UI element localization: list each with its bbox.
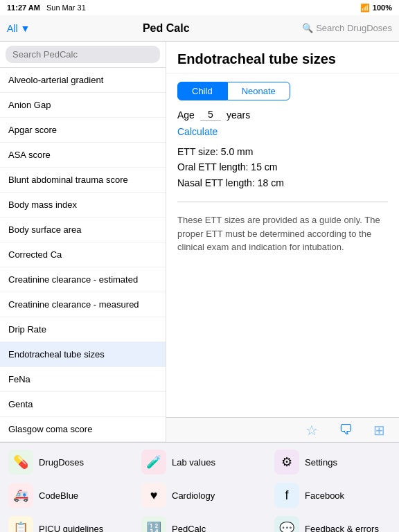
codeblue-icon: 🚑 xyxy=(8,483,33,508)
search-input[interactable] xyxy=(6,46,160,63)
sidebar-item[interactable]: Glasgow coma score xyxy=(0,417,166,442)
tab-grid[interactable]: ⊞ xyxy=(373,422,385,438)
neonate-toggle[interactable]: Neonate xyxy=(227,82,290,100)
sidebar-item[interactable]: Corrected Ca xyxy=(0,242,166,267)
result-text: ETT size: 5.0 mm Oral ETT length: 15 cm … xyxy=(177,144,388,190)
facebook-label: Facebook xyxy=(305,490,344,501)
sidebar-item[interactable]: Creatinine clearance - measured xyxy=(0,292,166,317)
picu-label: PICU guidelines xyxy=(39,524,103,533)
child-toggle[interactable]: Child xyxy=(177,82,227,100)
drugdoses-label: DrugDoses xyxy=(39,457,84,468)
toolbar-item-facebook[interactable]: fFacebook xyxy=(266,479,399,512)
toolbar-item-codeblue[interactable]: 🚑CodeBlue xyxy=(0,479,133,512)
search-drug-label: Search DrugDoses xyxy=(316,23,392,33)
toolbar-item-labvalues[interactable]: 🧪Lab values xyxy=(133,445,266,479)
sidebar-item[interactable]: Creatinine clearance - estimated xyxy=(0,267,166,292)
tab-bar: ☆ 🗨 ⊞ xyxy=(166,417,399,442)
labvalues-icon: 🧪 xyxy=(141,450,166,475)
note-text: These ETT sizes are provided as a guide … xyxy=(177,213,388,261)
status-bar: 11:27 AM Sun Mar 31 📶 100% xyxy=(0,0,399,15)
cardiology-icon: ♥ xyxy=(141,483,166,508)
all-filter-button[interactable]: All ▼ xyxy=(7,23,30,34)
sidebar-item[interactable]: Blunt abdominal trauma score xyxy=(0,168,166,193)
main-container: Alveolo-arterial gradientAnion GapApgar … xyxy=(0,42,399,442)
toggle-row: Child Neonate xyxy=(177,82,388,100)
settings-label: Settings xyxy=(305,457,337,468)
sidebar-item[interactable]: Apgar score xyxy=(0,118,166,143)
age-row: Age years xyxy=(177,109,388,121)
years-label: years xyxy=(227,109,250,121)
settings-icon: ⚙ xyxy=(274,450,299,475)
content-header: Endotracheal tube sizes xyxy=(166,42,399,73)
bottom-toolbar: 💊DrugDoses🧪Lab values⚙Settings🚑CodeBlue♥… xyxy=(0,442,399,532)
sidebar-item[interactable]: Alveolo-arterial gradient xyxy=(0,68,166,93)
content-title: Endotracheal tube sizes xyxy=(177,51,388,67)
sidebar-item[interactable]: Body surface area xyxy=(0,218,166,242)
status-date: Sun Mar 31 xyxy=(46,3,86,12)
nav-bar: All ▼ Ped Calc 🔍 Search DrugDoses xyxy=(0,15,399,42)
sidebar-item[interactable]: Drip Rate xyxy=(0,317,166,342)
ett-size: ETT size: 5.0 mm xyxy=(177,144,388,159)
picu-icon: 📋 xyxy=(8,516,33,532)
sidebar-search-box xyxy=(0,42,166,68)
status-icons: 📶 100% xyxy=(360,3,392,12)
facebook-icon: f xyxy=(274,483,299,508)
sidebar-list: Alveolo-arterial gradientAnion GapApgar … xyxy=(0,68,166,442)
drugdoses-icon: 💊 xyxy=(8,450,33,475)
toolbar-item-cardiology[interactable]: ♥Cardiology xyxy=(133,479,266,512)
content-divider xyxy=(177,202,388,202)
content-body: Child Neonate Age years Calculate ETT si… xyxy=(166,73,399,417)
sidebar-item[interactable]: Anion Gap xyxy=(0,93,166,118)
content-panel: Endotracheal tube sizes Child Neonate Ag… xyxy=(166,42,399,442)
search-drugdoses[interactable]: 🔍 Search DrugDoses xyxy=(302,23,392,33)
codeblue-label: CodeBlue xyxy=(39,490,78,501)
search-drug-icon: 🔍 xyxy=(302,23,313,33)
oral-length: Oral ETT length: 15 cm xyxy=(177,159,388,175)
labvalues-label: Lab values xyxy=(172,457,215,468)
nasal-length: Nasal ETT length: 18 cm xyxy=(177,175,388,190)
sidebar-item[interactable]: Body mass index xyxy=(0,193,166,218)
age-label: Age xyxy=(177,109,195,121)
pedcalc-label: PedCalc xyxy=(172,524,206,533)
wifi-icon: 📶 xyxy=(360,3,370,12)
tab-chat[interactable]: 🗨 xyxy=(339,422,353,438)
toolbar-item-settings[interactable]: ⚙Settings xyxy=(266,445,399,479)
status-time: 11:27 AM xyxy=(7,3,40,12)
toolbar-item-feedback[interactable]: 💬Feedback & errors xyxy=(266,512,399,532)
status-time-date: 11:27 AM Sun Mar 31 xyxy=(7,3,86,12)
sidebar-item[interactable]: FeNa xyxy=(0,367,166,392)
feedback-icon: 💬 xyxy=(274,516,299,532)
battery-icon: 100% xyxy=(373,3,392,12)
cardiology-label: Cardiology xyxy=(172,490,215,501)
sidebar-item[interactable]: ASA score xyxy=(0,143,166,168)
tab-star[interactable]: ☆ xyxy=(305,422,318,438)
sidebar: Alveolo-arterial gradientAnion GapApgar … xyxy=(0,42,166,442)
pedcalc-icon: 🔢 xyxy=(141,516,166,532)
age-input[interactable] xyxy=(200,109,221,121)
toolbar-item-drugdoses[interactable]: 💊DrugDoses xyxy=(0,445,133,479)
sidebar-item[interactable]: Genta xyxy=(0,392,166,417)
nav-title: Ped Calc xyxy=(143,22,190,35)
feedback-label: Feedback & errors xyxy=(305,524,379,533)
toolbar-item-picu[interactable]: 📋PICU guidelines xyxy=(0,512,133,532)
calculate-button[interactable]: Calculate xyxy=(177,126,388,137)
sidebar-item[interactable]: Endotracheal tube sizes xyxy=(0,342,166,367)
toolbar-item-pedcalc[interactable]: 🔢PedCalc xyxy=(133,512,266,532)
